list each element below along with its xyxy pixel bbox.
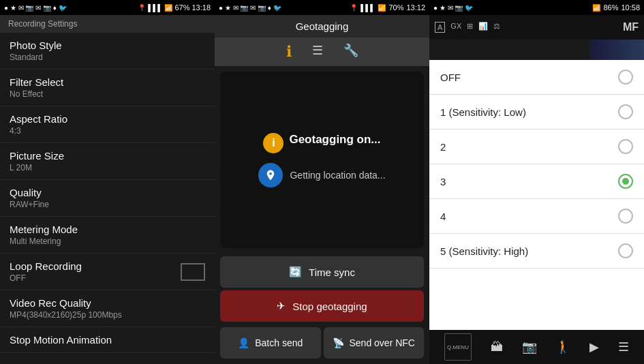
picture-size-value: L 20M xyxy=(10,163,205,172)
panel1-header-text: Recording Settings xyxy=(8,19,77,29)
radio-item-3[interactable]: 3 xyxy=(429,164,644,199)
quality-value: RAW+Fine xyxy=(10,200,205,209)
nav-menu-button[interactable]: ☰ xyxy=(618,333,629,361)
topbar-icons-left: A GX ⊞ 📊 ⚖ xyxy=(435,22,500,33)
battery-p2: 70% xyxy=(388,3,403,12)
radio-button-1-low[interactable] xyxy=(618,104,633,119)
batch-send-button[interactable]: 👤 Batch send xyxy=(220,327,321,359)
location-icon-badge xyxy=(258,163,283,187)
photo-style-value: Standard xyxy=(10,52,205,62)
status-bar-panel2: ● ★ ✉ 📷 ✉ 📷 ♦ 🐦 📍 ▌▌▌ 📶 70% 13:12 xyxy=(215,0,429,15)
radio-button-4[interactable] xyxy=(618,209,633,224)
status-icons-right: 📍 ▌▌▌ 📶 67% 13:18 xyxy=(138,3,211,12)
send-nfc-label: Send over NFC xyxy=(350,337,415,348)
qmenu-button[interactable]: Q.MENU xyxy=(444,333,472,361)
sensitivity-panel: ● ★ ✉ 📷 🐦 📶 86% 10:58 A GX ⊞ 📊 ⚖ MF OFF … xyxy=(429,0,644,364)
recording-settings-panel: ● ★ ✉ 📷 ✉ 📷 ♦ 🐦 📍 ▌▌▌ 📶 67% 13:18 Record… xyxy=(0,0,215,364)
batch-send-label: Batch send xyxy=(255,337,303,348)
geo-bottom-buttons: 👤 Batch send 📡 Send over NFC xyxy=(215,324,429,364)
setting-aspect-ratio[interactable]: Aspect Ratio 4:3 xyxy=(0,106,215,143)
extra-indicator: ⊞ xyxy=(467,22,473,33)
radio-label-5-high: 5 (Sensitivity: High) xyxy=(440,245,528,257)
aspect-ratio-label: Aspect Ratio xyxy=(10,113,205,125)
battery-p3: 86% xyxy=(603,3,618,12)
location-status-text: Getting location data... xyxy=(290,170,385,181)
setting-filter-select-text: Filter Select No Effect xyxy=(10,76,205,99)
radio-label-off: OFF xyxy=(440,72,461,83)
status-bar-panel3: ● ★ ✉ 📷 🐦 📶 86% 10:58 xyxy=(429,0,644,15)
metering-mode-value: Multi Metering xyxy=(10,237,205,246)
nav-play-button[interactable]: ▶ xyxy=(589,333,599,361)
setting-picture-size-text: Picture Size L 20M xyxy=(10,150,205,172)
setting-video-rec-quality-text: Video Rec Quality MP4(3840x2160)25p 100M… xyxy=(10,297,205,320)
status-icons-left-p3: ● ★ ✉ 📷 🐦 xyxy=(433,4,473,12)
setting-loop-recording[interactable]: Loop Recording OFF xyxy=(0,254,215,290)
radio-button-5-high[interactable] xyxy=(618,243,633,258)
radio-item-5-high[interactable]: 5 (Sensitivity: High) xyxy=(429,234,644,269)
qmenu-label: Q.MENU xyxy=(447,344,469,350)
setting-metering-mode[interactable]: Metering Mode Multi Metering xyxy=(0,217,215,254)
wifi-p2: 📶 xyxy=(378,4,386,12)
stop-geotagging-button[interactable]: ✈ Stop geotagging xyxy=(220,290,424,322)
setting-photo-style[interactable]: Photo Style Standard xyxy=(0,33,215,70)
panel3-bottom-nav: Q.MENU 🏔 📷 🚶 ▶ ☰ xyxy=(429,330,644,364)
picture-size-label: Picture Size xyxy=(10,150,205,162)
time-p3: 10:58 xyxy=(621,3,640,12)
tab-list[interactable]: ☰ xyxy=(312,43,323,61)
camera-icon: 📷 xyxy=(522,339,537,354)
radio-button-2[interactable] xyxy=(618,139,633,154)
nav-peaks-button[interactable]: 🏔 xyxy=(491,333,503,361)
radio-item-1-low[interactable]: 1 (Sensitivity: Low) xyxy=(429,95,644,130)
radio-item-2[interactable]: 2 xyxy=(429,130,644,164)
photo-style-label: Photo Style xyxy=(10,40,205,51)
person-icon: 🚶 xyxy=(555,339,570,354)
loop-recording-label: Loop Recording xyxy=(10,260,181,272)
radio-label-3: 3 xyxy=(440,176,446,187)
radio-label-4: 4 xyxy=(440,211,446,222)
nav-person-button[interactable]: 🚶 xyxy=(555,333,570,361)
setting-stop-motion[interactable]: Stop Motion Animation xyxy=(0,327,215,353)
status-right-p2: 📍 ▌▌▌ 📶 70% 13:12 xyxy=(350,3,425,12)
nav-camera-button[interactable]: 📷 xyxy=(522,333,537,361)
status-bar-panel1: ● ★ ✉ 📷 ✉ 📷 ♦ 🐦 📍 ▌▌▌ 📶 67% 13:18 xyxy=(0,0,215,15)
radio-options-list: OFF 1 (Sensitivity: Low) 2 3 4 5 (Sensit… xyxy=(429,60,644,330)
setting-loop-recording-text: Loop Recording OFF xyxy=(10,260,181,283)
time-sync-icon: 🔄 xyxy=(289,266,302,278)
setting-filter-select[interactable]: Filter Select No Effect xyxy=(0,70,215,106)
setting-picture-size[interactable]: Picture Size L 20M xyxy=(0,143,215,180)
stop-geo-label: Stop geotagging xyxy=(292,301,367,312)
settings-list: Photo Style Standard Filter Select No Ef… xyxy=(0,33,215,364)
battery-percent: 67% xyxy=(174,3,189,12)
loop-recording-value: OFF xyxy=(10,273,181,283)
play-icon: ▶ xyxy=(589,339,599,354)
setting-video-rec-quality[interactable]: Video Rec Quality MP4(3840x2160)25p 100M… xyxy=(0,290,215,327)
setting-quality-text: Quality RAW+Fine xyxy=(10,187,205,209)
loop-recording-toggle[interactable] xyxy=(181,263,205,281)
panel1-header: Recording Settings xyxy=(0,15,215,33)
radio-button-3[interactable] xyxy=(618,174,633,189)
tab-settings[interactable]: 🔧 xyxy=(343,43,358,61)
camera-preview-strip xyxy=(429,40,644,60)
gain-indicator: 📊 xyxy=(478,22,488,33)
tab-info[interactable]: ℹ xyxy=(286,43,292,61)
video-rec-quality-value: MP4(3840x2160)25p 100Mbps xyxy=(10,310,205,320)
filter-select-value: No Effect xyxy=(10,89,205,99)
geo-location-row: Getting location data... xyxy=(258,163,385,187)
peaks-icon: 🏔 xyxy=(491,340,503,354)
radio-item-off[interactable]: OFF xyxy=(429,60,644,95)
aspect-ratio-value: 4:3 xyxy=(10,126,205,136)
filter-select-label: Filter Select xyxy=(10,76,205,88)
setting-quality[interactable]: Quality RAW+Fine xyxy=(0,180,215,217)
stop-geo-icon: ✈ xyxy=(277,300,286,312)
time-sync-button[interactable]: 🔄 Time sync xyxy=(220,256,424,288)
radio-item-4[interactable]: 4 xyxy=(429,199,644,234)
send-nfc-button[interactable]: 📡 Send over NFC xyxy=(324,327,425,359)
quality-label: Quality xyxy=(10,187,205,198)
video-rec-quality-label: Video Rec Quality xyxy=(10,297,205,309)
signal-p2: ▌▌▌ xyxy=(361,4,375,12)
radio-button-off[interactable] xyxy=(618,70,633,85)
wifi-icon: 📶 xyxy=(164,4,172,12)
setting-aspect-ratio-text: Aspect Ratio 4:3 xyxy=(10,113,205,136)
metering-mode-label: Metering Mode xyxy=(10,224,205,235)
status-right-p3: 📶 86% 10:58 xyxy=(592,3,640,12)
